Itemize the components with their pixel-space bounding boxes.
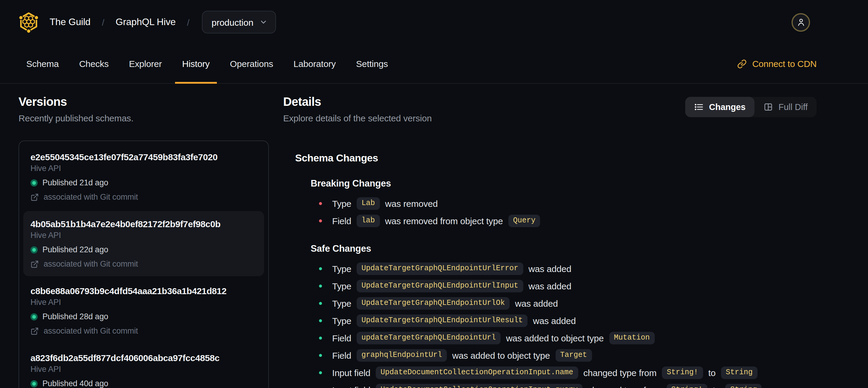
change-item: Input fieldUpdateDocumentCollectionOpera… bbox=[319, 381, 817, 388]
safe-changes-list: TypeUpdateTargetGraphQLEndpointUrlErrorw… bbox=[311, 260, 817, 388]
view-toggle: Changes Full Diff bbox=[685, 97, 817, 117]
columns-icon bbox=[764, 102, 773, 112]
tab-settings[interactable]: Settings bbox=[349, 44, 395, 83]
tab-checks[interactable]: Checks bbox=[72, 44, 116, 83]
published-status-dot bbox=[30, 179, 38, 186]
change-text: changed type from bbox=[588, 385, 661, 388]
version-published-label: Published 40d ago bbox=[42, 379, 108, 388]
change-text: Type bbox=[332, 281, 351, 291]
breadcrumb: The Guild / GraphQL Hive / production bbox=[50, 11, 276, 33]
tab-nav: SchemaChecksExplorerHistoryOperationsLab… bbox=[19, 44, 395, 83]
change-item: FieldupdateTargetGraphQLEndpointUrlwas a… bbox=[319, 329, 817, 347]
git-commit-link[interactable]: associated with Git commit bbox=[30, 260, 257, 268]
version-list-item[interactable]: c8b6e88a06793b9c4dfd54aaa21b36a1b421d812… bbox=[23, 278, 264, 343]
tab-explorer[interactable]: Explorer bbox=[122, 44, 169, 83]
full-diff-view-button[interactable]: Full Diff bbox=[754, 97, 817, 117]
safe-changes-group: Safe ChangesTypeUpdateTargetGraphQLEndpo… bbox=[311, 243, 817, 388]
git-commit-label: associated with Git commit bbox=[43, 326, 138, 335]
tabs-bar: SchemaChecksExplorerHistoryOperationsLab… bbox=[0, 44, 868, 84]
version-service: Hive API bbox=[30, 164, 257, 173]
change-item: TypeUpdateTargetGraphQLEndpointUrlResult… bbox=[319, 312, 817, 329]
change-bullet bbox=[319, 336, 322, 339]
external-link-icon bbox=[30, 260, 39, 268]
change-text: Type bbox=[332, 199, 351, 209]
git-commit-label: associated with Git commit bbox=[43, 260, 138, 268]
connect-to-cdn-button[interactable]: Connect to CDN bbox=[737, 44, 817, 83]
change-item: TypeUpdateTargetGraphQLEndpointUrlOkwas … bbox=[319, 295, 817, 312]
git-commit-link[interactable]: associated with Git commit bbox=[30, 192, 257, 202]
code-badge: String! bbox=[662, 366, 703, 379]
change-text: to bbox=[708, 368, 716, 378]
change-item: FieldgraphqlEndpointUrlwas added to obje… bbox=[319, 347, 817, 364]
code-badge: lab bbox=[356, 215, 380, 227]
chevron-down-icon bbox=[259, 18, 268, 26]
breadcrumb-project[interactable]: GraphQL Hive bbox=[116, 17, 176, 28]
target-selector[interactable]: production bbox=[202, 11, 276, 33]
change-text: was removed from object type bbox=[385, 216, 503, 226]
breaking-changes-title: Breaking Changes bbox=[311, 178, 817, 189]
change-item: Fieldlabwas removed from object typeQuer… bbox=[319, 212, 817, 230]
breadcrumb-separator: / bbox=[102, 17, 104, 27]
change-item: TypeLabwas removed bbox=[319, 195, 817, 212]
external-link-icon bbox=[30, 327, 39, 335]
change-bullet bbox=[319, 219, 322, 222]
change-text: was added bbox=[528, 264, 571, 274]
change-bullet bbox=[319, 202, 322, 205]
breadcrumb-org[interactable]: The Guild bbox=[50, 17, 91, 28]
tab-history[interactable]: History bbox=[175, 44, 217, 83]
change-text: Field bbox=[332, 350, 351, 360]
change-bullet bbox=[319, 371, 322, 374]
change-text: Field bbox=[332, 333, 351, 343]
details-subtitle: Explore details of the selected version bbox=[283, 113, 432, 123]
breadcrumb-separator: / bbox=[187, 17, 189, 27]
versions-panel: Versions Recently published schemas. e2e… bbox=[19, 95, 269, 388]
hive-logo-icon[interactable] bbox=[18, 11, 39, 33]
external-link-icon bbox=[30, 193, 39, 201]
person-icon bbox=[796, 17, 806, 27]
git-commit-label: associated with Git commit bbox=[43, 192, 138, 202]
change-bullet bbox=[319, 319, 322, 322]
code-badge: UpdateDocumentCollectionOperationInput.n… bbox=[376, 366, 578, 379]
code-badge: String! bbox=[666, 384, 707, 388]
top-bar: The Guild / GraphQL Hive / production bbox=[0, 0, 868, 44]
change-item: Input fieldUpdateDocumentCollectionOpera… bbox=[319, 364, 817, 381]
details-title: Details bbox=[283, 95, 432, 109]
code-badge: Target bbox=[555, 349, 592, 362]
connect-to-cdn-label: Connect to CDN bbox=[752, 59, 817, 69]
tab-schema[interactable]: Schema bbox=[19, 44, 66, 83]
version-list-item[interactable]: 4b05ab51b1b4a7e2e4b0ef82172f2b9f7ef98c0b… bbox=[23, 211, 264, 276]
app-root: The Guild / GraphQL Hive / production Sc… bbox=[0, 0, 868, 388]
change-text: Field bbox=[332, 216, 351, 226]
safe-changes-title: Safe Changes bbox=[311, 243, 817, 254]
changes-view-button[interactable]: Changes bbox=[685, 97, 755, 117]
full-diff-view-label: Full Diff bbox=[778, 102, 808, 112]
version-hash: a823f6db2a55df877dcf406006abca97fcc4858c bbox=[30, 353, 257, 363]
link-icon bbox=[737, 59, 747, 68]
user-avatar[interactable] bbox=[792, 13, 810, 31]
code-badge: UpdateTargetGraphQLEndpointUrlError bbox=[356, 263, 523, 275]
version-service: Hive API bbox=[30, 298, 257, 307]
tab-operations[interactable]: Operations bbox=[223, 44, 280, 83]
change-text: Input field bbox=[332, 368, 370, 378]
details-panel: Details Explore details of the selected … bbox=[269, 95, 817, 388]
git-commit-link[interactable]: associated with Git commit bbox=[30, 326, 257, 335]
change-text: was removed bbox=[385, 199, 438, 209]
code-badge: Mutation bbox=[609, 332, 654, 345]
change-text: Type bbox=[332, 316, 351, 326]
main-content: Versions Recently published schemas. e2e… bbox=[0, 84, 868, 388]
version-service: Hive API bbox=[30, 365, 257, 374]
version-published-label: Published 28d ago bbox=[42, 312, 108, 321]
code-badge: UpdateTargetGraphQLEndpointUrlInput bbox=[356, 280, 523, 292]
change-item: TypeUpdateTargetGraphQLEndpointUrlErrorw… bbox=[319, 260, 817, 277]
change-text: changed type from bbox=[583, 368, 656, 378]
tab-laboratory[interactable]: Laboratory bbox=[286, 44, 343, 83]
version-hash: e2e55045345ce13fe07f52a77459b83fa3fe7020 bbox=[30, 152, 257, 162]
code-badge: Lab bbox=[356, 197, 380, 210]
code-badge: UpdateTargetGraphQLEndpointUrlResult bbox=[356, 315, 527, 327]
code-badge: graphqlEndpointUrl bbox=[356, 349, 447, 362]
change-bullet bbox=[319, 302, 322, 305]
version-list-item[interactable]: a823f6db2a55df877dcf406006abca97fcc4858c… bbox=[23, 345, 264, 388]
version-list-item[interactable]: e2e55045345ce13fe07f52a77459b83fa3fe7020… bbox=[23, 144, 264, 209]
versions-title: Versions bbox=[19, 95, 269, 109]
versions-subtitle: Recently published schemas. bbox=[19, 113, 269, 123]
